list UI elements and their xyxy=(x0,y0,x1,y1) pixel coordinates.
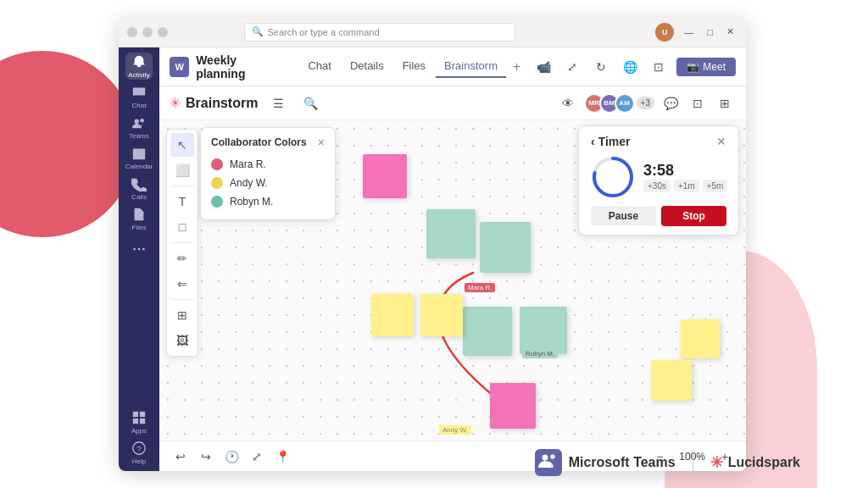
tool-image[interactable]: 🖼 xyxy=(170,329,194,352)
sidebar-item-files[interactable]: Files xyxy=(125,205,153,232)
svg-rect-6 xyxy=(133,411,138,416)
sidebar-activity-label: Activity xyxy=(128,71,149,79)
avatar-am: AM xyxy=(615,93,635,114)
sidebar-item-more[interactable] xyxy=(125,236,153,263)
tool-text[interactable]: T xyxy=(170,190,194,214)
title-bar-right: U — □ ✕ xyxy=(655,23,737,42)
tab-add-button[interactable]: + xyxy=(508,56,526,78)
location-icon[interactable]: 📍 xyxy=(271,446,293,468)
timer-display: 3:58 +30s +1m +5m xyxy=(591,155,726,199)
tab-brainstorm[interactable]: Brainstorm xyxy=(436,56,506,78)
globe-icon[interactable]: 🌐 xyxy=(619,56,641,78)
lucidspark-label: Lucidspark xyxy=(728,455,800,470)
whiteboard-title: Brainstorm xyxy=(186,96,258,111)
sticky-user-label-mara: Mara R. xyxy=(465,283,495,292)
restore-btn[interactable]: □ xyxy=(704,27,716,37)
svg-rect-9 xyxy=(140,418,145,423)
tool-shape[interactable]: □ xyxy=(170,215,194,239)
tool-frame[interactable]: ⬜ xyxy=(170,158,194,182)
timer-inc-5m[interactable]: +5m xyxy=(703,180,728,192)
sticky-note-pink-1[interactable] xyxy=(363,154,407,198)
lucidspark-branding: ✳ Lucidspark xyxy=(710,453,800,472)
teams-logo-icon xyxy=(535,449,562,476)
sidebar-item-calls[interactable]: Calls xyxy=(125,175,153,202)
sidebar-item-calendar[interactable]: Calendar xyxy=(125,144,153,171)
whiteboard-search-icon[interactable]: 🔍 xyxy=(298,92,322,115)
video-icon[interactable]: 📹 xyxy=(532,56,554,78)
bg-decoration-red xyxy=(0,51,136,237)
refresh-icon[interactable]: ↻ xyxy=(590,56,612,78)
svg-point-16 xyxy=(542,455,548,461)
tool-pen[interactable]: ✏ xyxy=(170,247,194,270)
window-minimize-btn[interactable] xyxy=(142,27,153,37)
collab-dot-andy xyxy=(211,177,223,189)
window-maximize-btn[interactable] xyxy=(158,27,168,37)
timer-stop-button[interactable]: Stop xyxy=(661,206,726,226)
meet-button[interactable]: 📷 Meet xyxy=(676,58,736,76)
grid-icon[interactable]: ⊞ xyxy=(714,92,736,114)
sticky-user-label-andy: Andy W. xyxy=(439,425,471,435)
tool-select[interactable]: ↖ xyxy=(170,133,194,157)
fit-view-icon[interactable]: ⤢ xyxy=(246,446,268,468)
timer-circle xyxy=(591,155,635,199)
tab-files[interactable]: Files xyxy=(394,56,434,78)
window-controls xyxy=(127,27,168,37)
meet-icon: 📷 xyxy=(687,61,699,73)
timer-pause-button[interactable]: Pause xyxy=(591,206,656,226)
teams-label: Microsoft Teams xyxy=(569,455,676,470)
sticky-note-yellow-4[interactable] xyxy=(651,360,692,401)
expand-icon[interactable]: ⤢ xyxy=(561,56,583,78)
sticky-note-pink-2[interactable] xyxy=(490,383,536,429)
timer-inc-30s[interactable]: +30s xyxy=(643,180,670,192)
sticky-note-green-4[interactable] xyxy=(520,307,567,354)
channel-icon: W xyxy=(170,57,189,77)
sidebar-apps-label: Apps xyxy=(131,427,147,435)
sticky-note-yellow-6[interactable] xyxy=(420,294,463,336)
branding-area: Microsoft Teams ✳ Lucidspark xyxy=(535,449,800,476)
title-bar: 🔍 Search or type a command U — □ ✕ xyxy=(119,17,746,47)
tab-details[interactable]: Details xyxy=(342,56,392,78)
collab-dot-robyn xyxy=(211,196,223,208)
collab-item-robyn: Robyn M. xyxy=(211,192,325,211)
microsoft-teams-branding: Microsoft Teams xyxy=(535,449,676,476)
tool-table[interactable]: ⊞ xyxy=(170,303,194,327)
share-icon[interactable]: ⊡ xyxy=(648,56,670,78)
undo-button[interactable]: ↩ xyxy=(170,446,192,468)
timer-title: Timer xyxy=(598,135,631,148)
redo-button[interactable]: ↪ xyxy=(195,446,217,468)
collab-name-andy: Andy W. xyxy=(230,177,268,189)
sidebar-item-activity[interactable]: Activity xyxy=(125,53,153,80)
timer-panel: ‹ Timer ✕ xyxy=(578,125,739,236)
app-window: 🔍 Search or type a command U — □ ✕ Activ… xyxy=(119,17,746,471)
sidebar-item-chat[interactable]: Chat xyxy=(125,83,153,110)
tool-divider-3 xyxy=(170,299,194,300)
sidebar-item-teams[interactable]: Teams xyxy=(125,114,153,141)
sticky-note-green-3[interactable] xyxy=(463,307,512,356)
canvas-area[interactable]: Mara R. Robyn M. Andy W. ↖ ⬜ T □ ✏ ⇐ xyxy=(159,120,746,441)
eye-icon[interactable]: 👁 xyxy=(557,92,579,114)
whiteboard-menu-icon[interactable]: ☰ xyxy=(266,92,290,115)
timer-increments: +30s +1m +5m xyxy=(643,180,727,192)
timer-back-button[interactable]: ‹ Timer xyxy=(591,135,631,148)
sidebar-item-apps[interactable]: Apps xyxy=(125,408,153,435)
collab-panel-close[interactable]: × xyxy=(318,136,325,148)
minimize-btn[interactable]: — xyxy=(681,27,697,37)
tab-chat[interactable]: Chat xyxy=(299,56,339,78)
collab-item-mara: Mara R. xyxy=(211,155,325,174)
global-search-bar[interactable]: 🔍 Search or type a command xyxy=(244,23,515,42)
sidebar-item-help[interactable]: ? Help xyxy=(125,439,153,466)
svg-point-5 xyxy=(142,248,145,251)
share2-icon[interactable]: ⊡ xyxy=(687,92,709,114)
timer-right: 3:58 +30s +1m +5m xyxy=(643,162,727,192)
timer-close-button[interactable]: ✕ xyxy=(716,135,726,148)
timer-inc-1m[interactable]: +1m xyxy=(674,180,699,192)
history-icon[interactable]: 🕐 xyxy=(220,446,242,468)
sticky-note-green-2[interactable] xyxy=(480,222,531,273)
window-close-btn[interactable] xyxy=(127,27,137,37)
sticky-note-yellow-3[interactable] xyxy=(681,319,720,358)
sticky-note-green-1[interactable] xyxy=(426,209,476,258)
tool-eraser[interactable]: ⇐ xyxy=(170,272,194,296)
close-btn[interactable]: ✕ xyxy=(723,26,737,37)
comment-icon[interactable]: 💬 xyxy=(659,92,682,114)
sticky-note-yellow-5[interactable] xyxy=(371,294,414,336)
